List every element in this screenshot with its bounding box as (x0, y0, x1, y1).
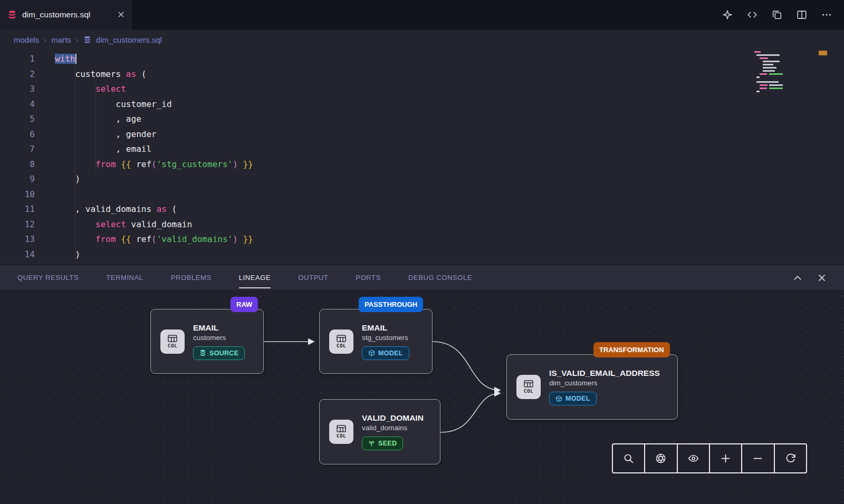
tab-ports[interactable]: PORTS (356, 265, 381, 290)
chip-label: COL (524, 388, 533, 394)
code-line[interactable]: , valid_domains as ( (55, 202, 844, 217)
badge-label: SOURCE (209, 350, 238, 357)
aperture-icon (655, 453, 666, 464)
cube-icon (368, 350, 375, 356)
minus-icon (752, 453, 763, 464)
code-line[interactable]: , age (55, 112, 844, 127)
indent-guide (75, 66, 75, 262)
code-line[interactable]: , gender (55, 127, 844, 142)
tab-lineage[interactable]: LINEAGE (239, 265, 271, 290)
line-number[interactable]: 13 (0, 232, 35, 247)
tag-passthrough[interactable]: PASSTHROUGH (359, 297, 423, 312)
zoom-out-button[interactable] (741, 444, 773, 472)
tag-transformation[interactable]: TRANSFORMATION (593, 342, 670, 357)
column-chip: COL (329, 329, 353, 354)
panel-actions (793, 273, 827, 283)
line-number[interactable]: 5 (0, 112, 35, 127)
line-number[interactable]: 9 (0, 172, 35, 187)
code-line[interactable]: from {{ ref('stg_customers') }} (55, 157, 844, 172)
zoom-in-button[interactable] (709, 444, 741, 472)
more-actions-icon[interactable] (821, 9, 832, 21)
lineage-node-valid-domains[interactable]: COL VALID_DOMAIN valid_domains SEED (319, 399, 440, 464)
seed-badge[interactable]: SEED (362, 437, 403, 450)
code-line[interactable]: , email (55, 142, 844, 157)
line-number[interactable]: 14 (0, 247, 35, 263)
close-tab-icon[interactable] (117, 11, 125, 18)
code-line[interactable]: ) (55, 247, 844, 263)
line-number[interactable]: 1 (0, 52, 35, 67)
line-number[interactable]: 4 (0, 97, 35, 112)
line-number[interactable]: 3 (0, 82, 35, 97)
code-area[interactable]: with customers as ( select customer_id ,… (55, 50, 844, 265)
aperture-button[interactable] (644, 444, 676, 472)
column-chip: COL (516, 375, 541, 399)
column-chip: COL (329, 420, 353, 444)
node-text: EMAIL customers SOURCE (193, 323, 245, 360)
lineage-node-dim-customers[interactable]: COL IS_VALID_EMAIL_ADDRESS dim_customers… (506, 354, 678, 420)
copy-icon[interactable] (771, 9, 783, 21)
code-line[interactable]: select (55, 82, 844, 97)
code-icon[interactable] (746, 9, 758, 21)
sparkle-icon[interactable] (722, 9, 733, 21)
node-title: EMAIL (193, 323, 245, 333)
close-panel-icon[interactable] (817, 273, 827, 283)
code-line[interactable]: ) (55, 172, 844, 187)
indent-guide (95, 82, 96, 172)
titlebar-actions (722, 9, 844, 21)
search-icon (623, 453, 634, 464)
node-title: IS_VALID_EMAIL_ADDRESS (549, 369, 660, 378)
breadcrumb-separator: › (44, 35, 46, 44)
database-icon (7, 10, 17, 20)
node-subtitle: customers (193, 334, 245, 342)
source-badge[interactable]: SOURCE (193, 346, 245, 360)
tab-problems[interactable]: PROBLEMS (171, 265, 212, 290)
titlebar: dim_customers.sql (0, 0, 844, 30)
line-number[interactable]: 6 (0, 127, 35, 142)
lineage-node-stg-customers-email[interactable]: COL EMAIL stg_customers MODEL (319, 309, 433, 374)
code-line[interactable]: customers as ( (55, 67, 844, 82)
tab-terminal[interactable]: TERMINAL (106, 265, 143, 290)
refresh-button[interactable] (774, 444, 806, 472)
visibility-button[interactable] (677, 444, 709, 472)
line-number[interactable]: 2 (0, 67, 35, 82)
code-line[interactable]: select valid_domain (55, 217, 844, 232)
line-number[interactable]: 10 (0, 187, 35, 202)
panel-tab-bar: QUERY RESULTS TERMINAL PROBLEMS LINEAGE … (0, 265, 844, 290)
editor-tab[interactable]: dim_customers.sql (0, 0, 133, 30)
database-icon (199, 350, 206, 356)
line-number[interactable]: 12 (0, 217, 35, 232)
model-badge[interactable]: MODEL (362, 346, 409, 360)
line-number[interactable]: 8 (0, 157, 35, 172)
line-number[interactable]: 15 (0, 262, 35, 265)
line-number[interactable]: 7 (0, 142, 35, 157)
tag-raw[interactable]: RAW (231, 297, 258, 312)
tab-debug-console[interactable]: DEBUG CONSOLE (408, 265, 472, 290)
code-line[interactable] (55, 262, 844, 265)
code-line[interactable] (55, 187, 844, 202)
tab-output[interactable]: OUTPUT (298, 265, 328, 290)
lineage-toolbar (612, 443, 807, 473)
table-icon (168, 335, 177, 342)
seedling-icon (368, 440, 375, 447)
cube-icon (555, 395, 562, 402)
badge-label: MODEL (565, 395, 590, 402)
minimap[interactable] (753, 50, 808, 94)
code-editor[interactable]: 123456789101112131415 with customers as … (0, 50, 844, 265)
tab-query-results[interactable]: QUERY RESULTS (17, 265, 79, 290)
collapse-panel-icon[interactable] (793, 273, 802, 283)
overview-ruler-mark (819, 51, 827, 55)
code-line[interactable]: with (55, 52, 844, 67)
search-button[interactable] (613, 444, 644, 472)
lineage-node-customers-email[interactable]: COL EMAIL customers SOURCE (150, 309, 264, 374)
breadcrumb-models[interactable]: models (14, 35, 39, 44)
split-editor-icon[interactable] (796, 9, 808, 21)
refresh-icon (785, 453, 796, 464)
breadcrumb-marts[interactable]: marts (51, 35, 71, 44)
code-line[interactable]: customer_id (55, 97, 844, 112)
lineage-canvas[interactable]: RAW PASSTHROUGH TRANSFORMATION COL EMAIL… (0, 290, 844, 504)
model-badge[interactable]: MODEL (549, 392, 597, 405)
line-number[interactable]: 11 (0, 202, 35, 217)
breadcrumb-file[interactable]: dim_customers.sql (96, 35, 162, 44)
line-number-gutter: 123456789101112131415 (0, 50, 35, 265)
code-line[interactable]: from {{ ref('valid_domains') }} (55, 232, 844, 247)
